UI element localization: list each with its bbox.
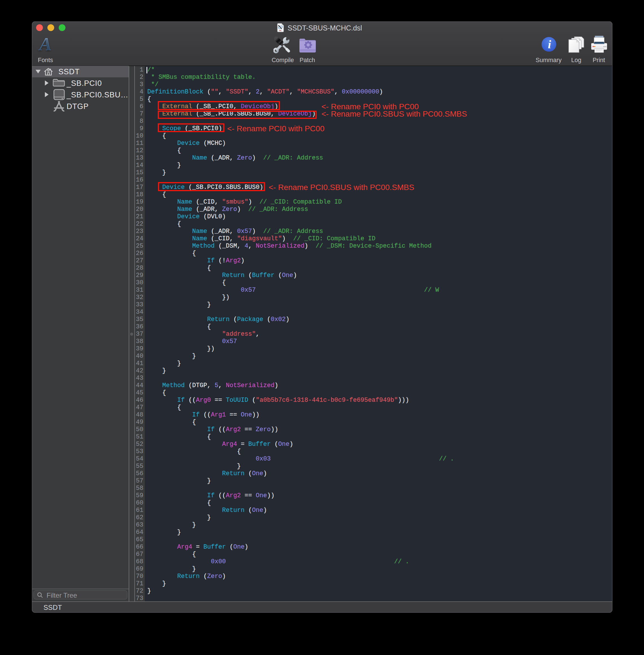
svg-text:i: i xyxy=(548,38,551,51)
svg-text:DSL: DSL xyxy=(279,30,282,31)
